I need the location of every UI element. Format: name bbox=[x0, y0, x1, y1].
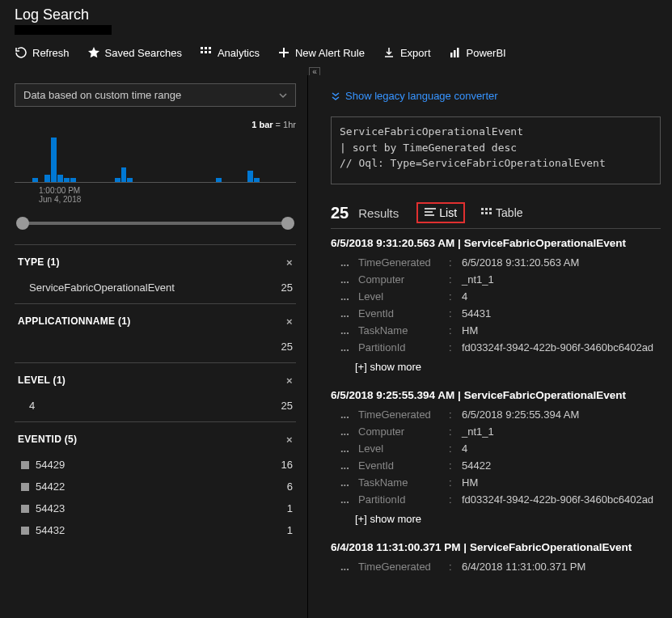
ellipsis-icon[interactable]: ... bbox=[340, 290, 358, 303]
field-row[interactable]: ...TimeGenerated:6/4/2018 11:31:00.371 P… bbox=[331, 558, 661, 575]
facet-close-icon[interactable]: × bbox=[286, 315, 293, 328]
histogram-bar[interactable] bbox=[254, 178, 260, 182]
facet-row-label: ServiceFabricOperationalEvent bbox=[29, 281, 175, 294]
subtitle-redacted bbox=[15, 25, 112, 35]
ellipsis-icon[interactable]: ... bbox=[340, 341, 358, 353]
saved-searches-button[interactable]: Saved Searches bbox=[87, 46, 182, 59]
ellipsis-icon[interactable]: ... bbox=[340, 425, 358, 438]
facet-close-icon[interactable]: × bbox=[286, 375, 293, 387]
svg-rect-3 bbox=[201, 51, 203, 53]
field-row[interactable]: ...EventId:54431 bbox=[331, 305, 661, 322]
refresh-button[interactable]: Refresh bbox=[15, 46, 70, 59]
field-row[interactable]: ...TaskName:HM bbox=[331, 322, 661, 339]
ellipsis-icon[interactable]: ... bbox=[340, 476, 358, 489]
facet-close-icon[interactable]: × bbox=[286, 256, 293, 269]
facet-row[interactable]: 544321 bbox=[15, 519, 296, 541]
facet-row-count: 16 bbox=[281, 459, 293, 471]
facet-row[interactable]: 544231 bbox=[15, 497, 296, 519]
facet-row[interactable]: 425 bbox=[15, 395, 296, 417]
ellipsis-icon[interactable]: ... bbox=[340, 493, 358, 506]
facet-row[interactable]: 5442916 bbox=[15, 454, 296, 476]
histogram-bar[interactable] bbox=[216, 178, 222, 182]
query-editor[interactable]: ServiceFabricOperationalEvent| sort by T… bbox=[331, 116, 661, 184]
field-row[interactable]: ...Computer:_nt1_1 bbox=[331, 271, 661, 288]
field-value: _nt1_1 bbox=[462, 273, 494, 286]
field-colon: : bbox=[449, 324, 462, 337]
facet-row-label: 54423 bbox=[36, 502, 65, 514]
field-value: HM bbox=[462, 476, 478, 489]
ellipsis-icon[interactable]: ... bbox=[340, 256, 358, 269]
legacy-converter-link[interactable]: Show legacy language converter bbox=[331, 90, 661, 102]
histogram-bar[interactable] bbox=[115, 178, 120, 182]
result-item: 6/5/2018 9:31:20.563 AM | ServiceFabricO… bbox=[331, 229, 661, 381]
histogram-bar[interactable] bbox=[51, 138, 57, 182]
time-range-slider[interactable] bbox=[23, 222, 288, 225]
histogram-bar[interactable] bbox=[64, 178, 70, 182]
facet-row-count: 25 bbox=[281, 281, 293, 294]
new-alert-rule-button[interactable]: New Alert Rule bbox=[277, 46, 365, 59]
facet-row-label: 54432 bbox=[36, 524, 65, 536]
histogram-bar[interactable] bbox=[57, 175, 63, 182]
ellipsis-icon[interactable]: ... bbox=[340, 324, 358, 337]
result-title[interactable]: 6/4/2018 11:31:00.371 PM | ServiceFabric… bbox=[331, 541, 661, 558]
field-row[interactable]: ...Level:4 bbox=[331, 440, 661, 457]
field-row[interactable]: ...Computer:_nt1_1 bbox=[331, 423, 661, 440]
facet-row-count: 25 bbox=[281, 400, 293, 412]
field-colon: : bbox=[449, 341, 462, 353]
refresh-label: Refresh bbox=[32, 47, 70, 59]
facet-row-count: 1 bbox=[287, 502, 293, 514]
histogram-bar[interactable] bbox=[121, 167, 127, 182]
view-table-button[interactable]: Table bbox=[475, 204, 529, 222]
field-value: fd03324f-3942-422b-906f-3460bc6402ad bbox=[462, 493, 653, 506]
facet-row[interactable]: ServiceFabricOperationalEvent25 bbox=[15, 277, 296, 298]
facet-close-icon[interactable]: × bbox=[286, 434, 293, 446]
results-label: Results bbox=[358, 206, 399, 220]
field-row[interactable]: ...PartitionId:fd03324f-3942-422b-906f-3… bbox=[331, 491, 661, 508]
field-row[interactable]: ...EventId:54422 bbox=[331, 457, 661, 474]
facet-group: APPLICATIONNAME (1)×25 bbox=[15, 303, 296, 362]
field-value: HM bbox=[462, 324, 478, 337]
ellipsis-icon[interactable]: ... bbox=[340, 273, 358, 286]
histogram-bar[interactable] bbox=[127, 178, 133, 182]
facet-title: TYPE (1) bbox=[18, 256, 60, 269]
histogram-bar[interactable] bbox=[32, 178, 38, 182]
slider-thumb-start[interactable] bbox=[16, 217, 29, 230]
field-key: Level bbox=[358, 290, 449, 303]
histogram-bar[interactable] bbox=[247, 171, 253, 182]
collapse-left-icon[interactable]: « bbox=[309, 67, 320, 75]
slider-thumb-end[interactable] bbox=[281, 217, 294, 230]
ellipsis-icon[interactable]: ... bbox=[340, 442, 358, 455]
square-icon bbox=[21, 461, 29, 469]
export-button[interactable]: Export bbox=[382, 46, 431, 59]
ellipsis-icon[interactable]: ... bbox=[340, 307, 358, 320]
field-row[interactable]: ...PartitionId:fd03324f-3942-422b-906f-3… bbox=[331, 339, 661, 356]
svg-rect-6 bbox=[450, 53, 453, 57]
histogram-bar[interactable] bbox=[44, 175, 50, 182]
field-row[interactable]: ...Level:4 bbox=[331, 288, 661, 305]
view-list-button[interactable]: List bbox=[416, 202, 465, 223]
time-range-dropdown[interactable]: Data based on custom time range bbox=[15, 83, 296, 107]
result-title[interactable]: 6/5/2018 9:25:55.394 AM | ServiceFabricO… bbox=[331, 389, 661, 406]
field-colon: : bbox=[449, 408, 462, 421]
field-row[interactable]: ...TaskName:HM bbox=[331, 474, 661, 491]
field-key: EventId bbox=[358, 459, 449, 472]
powerbi-button[interactable]: PowerBI bbox=[449, 46, 506, 59]
ellipsis-icon[interactable]: ... bbox=[340, 459, 358, 472]
facet-row[interactable]: 25 bbox=[15, 336, 296, 358]
ellipsis-icon[interactable]: ... bbox=[340, 561, 358, 573]
analytics-button[interactable]: Analytics bbox=[200, 46, 260, 59]
converter-label: Show legacy language converter bbox=[345, 90, 498, 102]
refresh-icon bbox=[15, 46, 27, 59]
facet-title: LEVEL (1) bbox=[18, 375, 66, 387]
page-title: Log Search bbox=[15, 6, 657, 23]
field-row[interactable]: ...TimeGenerated:6/5/2018 9:25:55.394 AM bbox=[331, 406, 661, 423]
ellipsis-icon[interactable]: ... bbox=[340, 408, 358, 421]
facet-row[interactable]: 544226 bbox=[15, 476, 296, 497]
field-row[interactable]: ...TimeGenerated:6/5/2018 9:31:20.563 AM bbox=[331, 254, 661, 271]
show-more-button[interactable]: [+] show more bbox=[331, 508, 661, 527]
histogram-bar[interactable] bbox=[70, 178, 76, 182]
result-title[interactable]: 6/5/2018 9:31:20.563 AM | ServiceFabricO… bbox=[331, 237, 661, 254]
star-icon bbox=[87, 46, 100, 59]
show-more-button[interactable]: [+] show more bbox=[331, 356, 661, 375]
histogram-chart[interactable] bbox=[15, 134, 296, 183]
